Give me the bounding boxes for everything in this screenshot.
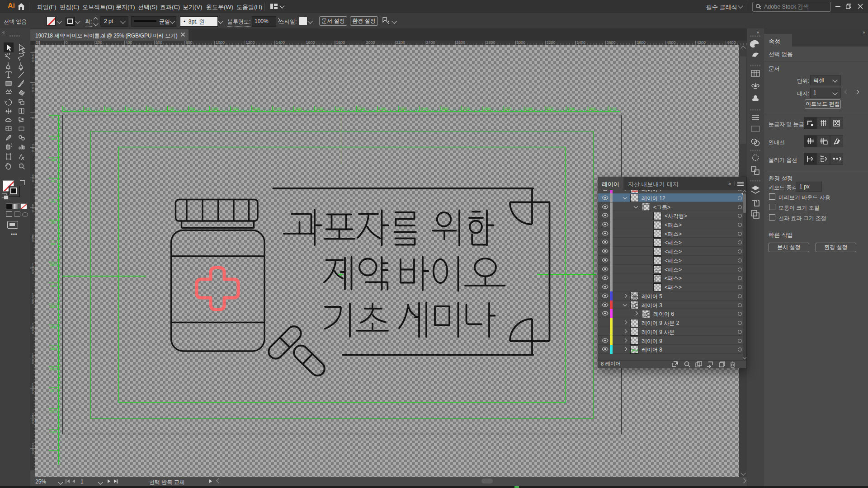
svg-text:144: 144 (85, 107, 90, 110)
svg-text:288: 288 (106, 107, 112, 110)
svg-text:720: 720 (169, 107, 175, 110)
svg-text:2016: 2016 (50, 410, 57, 413)
svg-text:3024: 3024 (505, 107, 512, 110)
svg-text:1872: 1872 (337, 107, 344, 110)
svg-text:1584: 1584 (50, 347, 57, 350)
svg-text:2304: 2304 (400, 107, 407, 110)
svg-text:432: 432 (127, 107, 132, 110)
svg-text:2160: 2160 (50, 431, 57, 434)
svg-text:576: 576 (148, 107, 154, 110)
svg-text:2160: 2160 (379, 107, 386, 110)
svg-text:1584: 1584 (295, 107, 302, 110)
svg-text:432: 432 (51, 179, 56, 183)
svg-text:3744: 3744 (609, 107, 617, 110)
svg-text:1008: 1008 (50, 263, 57, 266)
svg-text:0: 0 (52, 116, 54, 119)
svg-text:1008: 1008 (211, 107, 218, 110)
svg-text:1872: 1872 (50, 389, 57, 392)
svg-text:1728: 1728 (50, 368, 57, 371)
svg-text:1296: 1296 (50, 305, 57, 308)
svg-text:2448: 2448 (421, 107, 428, 110)
svg-text:1440: 1440 (50, 326, 57, 329)
svg-text:3312: 3312 (547, 107, 554, 110)
svg-text:0: 0 (64, 107, 66, 110)
svg-text:144: 144 (51, 137, 56, 141)
svg-text:2880: 2880 (484, 107, 491, 110)
svg-text:1152: 1152 (50, 284, 57, 287)
svg-text:288: 288 (51, 158, 56, 161)
svg-text:720: 720 (51, 221, 56, 224)
svg-text:3600: 3600 (589, 107, 596, 110)
svg-text:576: 576 (51, 200, 56, 203)
svg-text:1728: 1728 (316, 107, 323, 110)
svg-text:3456: 3456 (568, 107, 575, 110)
svg-text:1152: 1152 (232, 107, 239, 110)
svg-text:3168: 3168 (526, 107, 533, 110)
svg-text:2736: 2736 (463, 107, 470, 110)
svg-text:1296: 1296 (253, 107, 260, 110)
svg-text:864: 864 (190, 107, 195, 110)
svg-text:2592: 2592 (442, 107, 449, 110)
svg-text:2016: 2016 (358, 107, 365, 110)
svg-text:864: 864 (51, 242, 56, 245)
svg-text:1440: 1440 (274, 107, 281, 110)
